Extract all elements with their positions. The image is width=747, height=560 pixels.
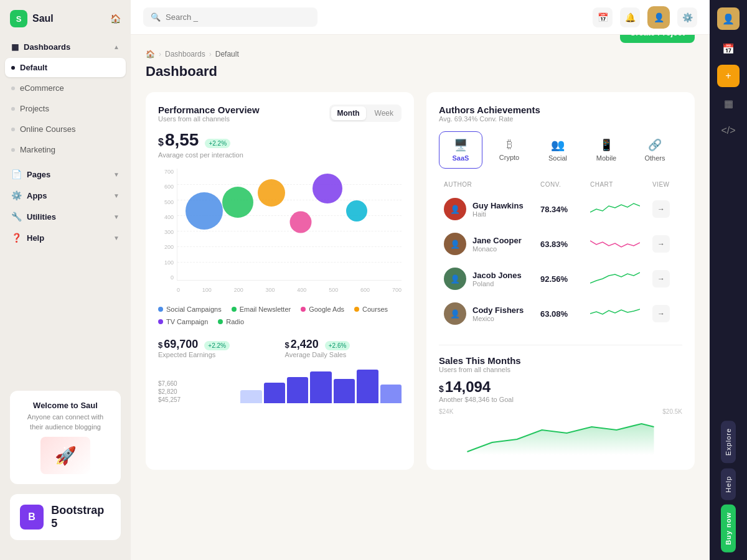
bubble-purple: [312, 174, 342, 203]
sidebar-item-dashboards[interactable]: ▦ Dashboards ▲: [5, 37, 126, 57]
sidebar-item-label: Projects: [20, 104, 49, 113]
view-button[interactable]: →: [652, 305, 670, 322]
sidebar-item-pages[interactable]: 📄 Pages ▼: [5, 164, 126, 184]
sidebar-item-marketing[interactable]: Marketing: [5, 140, 126, 159]
sidebar-item-online-courses[interactable]: Online Courses: [5, 119, 126, 139]
breadcrumb-dashboards[interactable]: Dashboards: [165, 50, 205, 58]
sidebar-item-projects[interactable]: Projects: [5, 99, 126, 118]
cat-label-social: Social: [548, 154, 567, 162]
avatar: 👤: [444, 233, 466, 255]
sidebar-item-help[interactable]: ❓ Help ▼: [5, 228, 126, 248]
cat-label-others: Others: [644, 154, 665, 162]
user-avatar[interactable]: 👤: [647, 6, 670, 29]
utilities-icon: 🔧: [11, 212, 22, 222]
search-box[interactable]: 🔍: [143, 7, 317, 27]
settings-icon[interactable]: ⚙️: [677, 7, 697, 27]
help-button[interactable]: Help: [721, 469, 736, 500]
back-icon[interactable]: 🏠: [110, 14, 121, 24]
create-project-button[interactable]: Create Project: [620, 35, 695, 43]
sales-section: Sales This Months Users from all channel…: [439, 345, 682, 457]
col-chart: CHART: [590, 181, 652, 188]
week-toggle[interactable]: Week: [369, 106, 400, 120]
authors-header: Authors Achievements Avg. 69.34% Conv. R…: [439, 105, 682, 123]
nav-dot: [11, 128, 15, 131]
bootstrap-banner: B Bootstrap 5: [10, 494, 121, 540]
author-location: Mexico: [472, 315, 524, 322]
bar-value: $2,820: [158, 388, 238, 395]
table-row: 👤 Jacob Jones Poland 92.56% →: [439, 263, 682, 295]
notification-icon[interactable]: 🔔: [620, 7, 640, 27]
performance-card: Performance Overview Users from all chan…: [146, 92, 414, 470]
legend-dot: [218, 319, 223, 324]
welcome-subtitle: Anyone can connect with their audience b…: [20, 413, 111, 432]
cost-dollar: $: [158, 137, 164, 148]
sidebar-item-utilities[interactable]: 🔧 Utilities ▼: [5, 207, 126, 226]
cat-tab-social[interactable]: 👥 Social: [536, 131, 580, 169]
category-tabs: 🖥️ SaaS ₿ Crypto 👥 Social 📱 Mobile: [439, 131, 682, 169]
sidebar-item-apps[interactable]: ⚙️ Apps ▼: [5, 185, 126, 205]
sidebar-item-ecommerce[interactable]: eCommerce: [5, 78, 126, 98]
cat-tab-mobile[interactable]: 📱 Mobile: [585, 131, 628, 169]
earnings-stat: $ 69,700 +2.2% Expected Earnings: [158, 338, 275, 358]
cost-label: Avarage cost per interaction: [158, 151, 402, 159]
explore-button[interactable]: Explore: [721, 421, 736, 463]
rp-add-icon[interactable]: +: [717, 65, 740, 87]
rp-calendar-icon[interactable]: 📅: [717, 37, 740, 60]
rp-grid-icon[interactable]: ▦: [717, 92, 740, 114]
astro-illustration: 🚀: [40, 437, 90, 474]
card-stats: $ 69,700 +2.2% Expected Earnings $ 2,420…: [158, 338, 402, 358]
col-view: VIEW: [652, 181, 677, 188]
cat-tab-crypto[interactable]: ₿ Crypto: [487, 131, 531, 169]
rp-code-icon[interactable]: </>: [717, 119, 740, 142]
authors-card: Authors Achievements Avg. 69.34% Conv. R…: [426, 92, 695, 470]
sidebar-item-label: Pages: [27, 170, 50, 179]
author-name: Guy Hawkins: [472, 201, 524, 210]
view-button[interactable]: →: [652, 235, 670, 253]
buy-button[interactable]: Buy now: [721, 505, 736, 553]
sidebar-bottom: Welcome to Saul Anyone can connect with …: [0, 381, 131, 550]
welcome-title: Welcome to Saul: [20, 401, 111, 410]
calendar-icon[interactable]: 📅: [593, 7, 613, 27]
table-row: 👤 Jane Cooper Monaco 63.83% →: [439, 228, 682, 260]
sidebar-item-label: eCommerce: [20, 83, 64, 93]
sidebar-item-label: Default: [20, 63, 47, 72]
bar-values: $7,660 $2,820 $45,257: [158, 366, 238, 403]
bar: [264, 383, 285, 403]
bar: [334, 379, 355, 403]
y-label: 400: [158, 214, 174, 220]
view-button[interactable]: →: [652, 270, 670, 287]
search-icon: 🔍: [151, 12, 161, 22]
y-label: 0: [158, 274, 174, 281]
nav-dot: [11, 148, 15, 152]
x-label: 300: [266, 287, 275, 293]
cat-tab-saas[interactable]: 🖥️ SaaS: [439, 131, 482, 169]
period-toggle: Month Week: [329, 105, 402, 122]
legend-label: Courses: [362, 306, 388, 313]
search-input[interactable]: [166, 12, 310, 22]
crypto-icon: ₿: [507, 138, 512, 151]
x-label: 700: [392, 287, 402, 293]
breadcrumb-sep: ›: [159, 50, 161, 58]
view-button[interactable]: →: [652, 200, 670, 218]
legend-dot: [232, 307, 237, 312]
cost-display: $ 8,55 +2.2% Avarage cost per interactio…: [158, 130, 402, 159]
cat-tab-others[interactable]: 🔗 Others: [633, 131, 677, 169]
bar-value: $45,257: [158, 396, 238, 403]
legend-label: Social Campaigns: [166, 306, 222, 313]
bootstrap-text: Bootstrap 5: [51, 504, 111, 530]
sidebar-item-default[interactable]: Default: [5, 58, 126, 77]
earnings-amount: 69,700: [164, 338, 198, 351]
topbar: 🔍 📅 🔔 👤 ⚙️: [131, 0, 710, 35]
cost-badge: +2.2%: [205, 139, 230, 148]
rp-avatar[interactable]: 👤: [717, 7, 740, 30]
bubble-pink: [290, 211, 312, 233]
nav-dot: [11, 107, 15, 111]
bubble-ads: [258, 179, 285, 207]
author-name: Jane Cooper: [472, 236, 522, 245]
month-toggle[interactable]: Month: [331, 106, 366, 120]
author-name: Cody Fishers: [472, 306, 524, 315]
home-icon[interactable]: 🏠: [146, 50, 155, 58]
saas-icon: 🖥️: [454, 138, 467, 152]
author-conv: 63.08%: [540, 309, 590, 319]
x-label: 600: [360, 287, 370, 293]
